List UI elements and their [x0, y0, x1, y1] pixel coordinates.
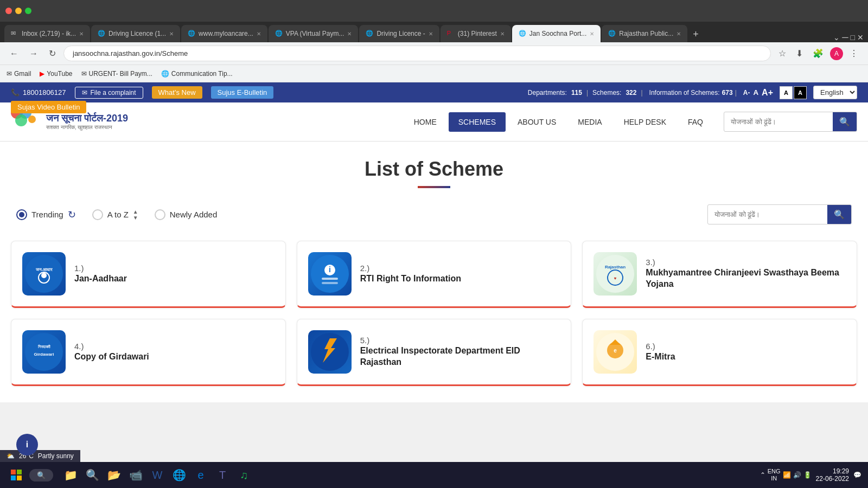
tab-driving1[interactable]: 🌐 Driving Licence (1... ✕ [91, 25, 180, 42]
taskbar-word[interactable]: W [148, 465, 167, 485]
close-button[interactable]: ✕ [857, 33, 864, 42]
taskbar-explorer[interactable]: 📁 [61, 465, 80, 485]
tab-close[interactable]: ✕ [347, 31, 352, 37]
contrast-white-button[interactable]: A [780, 86, 793, 99]
profile-button[interactable]: A [830, 47, 843, 60]
filter-trending[interactable]: Trending ↻ [16, 209, 76, 221]
font-normal-button[interactable]: A [753, 88, 758, 97]
trending-radio[interactable] [16, 209, 27, 220]
phone-button[interactable]: 📞 18001806127 [11, 88, 66, 97]
svg-text:i: i [329, 265, 331, 274]
nav-helpdesk[interactable]: HELP DESK [614, 112, 676, 132]
forward-button[interactable]: → [26, 47, 41, 61]
tab-myloancare[interactable]: 🌐 www.myloancare... ✕ [181, 25, 267, 42]
sujus-bulletin-button[interactable]: Sujus E-Bulletin [211, 86, 274, 99]
minimize-button[interactable]: ─ [842, 33, 848, 42]
tab-close[interactable]: ✕ [429, 31, 433, 37]
language-select[interactable]: English [813, 86, 857, 99]
bookmark-star-button[interactable]: ☆ [775, 46, 789, 61]
divider2: | [641, 89, 642, 97]
scheme-card-chiranjeevi[interactable]: Rajasthan ♥ 3.) Mukhyamantree Chiranjeev… [582, 241, 857, 308]
tab-driving2[interactable]: 🌐 Driving Licence - ✕ [359, 25, 439, 42]
tab-close[interactable]: ✕ [169, 31, 174, 37]
tab-jan-soochna[interactable]: 🌐 Jan Soochna Port... ✕ [512, 25, 601, 42]
bookmark-youtube[interactable]: ▶ YouTube [40, 70, 72, 78]
electrical-svg [311, 333, 349, 371]
bookmark-communication[interactable]: 🌐 Communication Tip... [161, 70, 233, 78]
tab-close[interactable]: ✕ [79, 31, 84, 37]
new-tab-button[interactable]: + [688, 27, 703, 42]
more-button[interactable]: ⋮ [846, 46, 861, 61]
windows-icon [10, 468, 23, 481]
taskbar-files[interactable]: 📂 [104, 465, 124, 485]
az-radio[interactable] [92, 209, 103, 220]
filter-newly-added[interactable]: Newly Added [155, 209, 218, 220]
nav-schemes[interactable]: SCHEMES [449, 112, 506, 132]
address-bar[interactable] [63, 46, 771, 61]
filter-search-input[interactable] [708, 206, 827, 223]
extensions-button[interactable]: 🧩 [809, 46, 827, 61]
scheme-card-emitra[interactable]: e 6.) E-Mitra [582, 319, 857, 386]
filter-search-button[interactable]: 🔍 [827, 205, 851, 224]
tab-rajasthan[interactable]: 🌐 Rajasthan Public... ✕ [602, 25, 687, 42]
scheme-icon-girdawari: गिरदावरी Girdawari [22, 330, 66, 374]
tab-inbox[interactable]: ✉ Inbox (2,719) - ik... ✕ [4, 25, 90, 42]
svg-text:जन-आधार: जन-आधार [35, 267, 53, 272]
filter-search: 🔍 [707, 204, 852, 224]
sujas-video-button[interactable]: Sujas Video Bulletin [11, 101, 86, 113]
reload-button[interactable]: ↻ [46, 46, 59, 61]
email-icon: ✉ [82, 89, 87, 97]
tab-pinterest[interactable]: P (31) Pinterest ✕ [441, 25, 511, 42]
bookmark-bill[interactable]: ✉ URGENT- Bill Paym... [81, 70, 152, 78]
battery-icon[interactable]: 🔋 [803, 471, 812, 479]
tab-close[interactable]: ✕ [257, 31, 261, 37]
taskbar-spotify[interactable]: ♫ [234, 465, 254, 485]
nav-faq[interactable]: FAQ [678, 112, 713, 132]
taskbar-apps: 📁 🔍 📂 📹 W 🌐 e T ♫ [61, 465, 254, 485]
taskbar-chrome[interactable]: 🌐 [169, 465, 189, 485]
download-button[interactable]: ⬇ [793, 46, 806, 61]
taskbar-meet[interactable]: 📹 [126, 465, 145, 485]
info-circle-button[interactable]: i [16, 434, 38, 455]
tab-close[interactable]: ✕ [590, 31, 594, 37]
scheme-icon-emitra: e [593, 330, 637, 374]
wifi-icon[interactable]: 📶 [783, 471, 791, 479]
scheme-card-jan-aadhaar[interactable]: जन-आधार 1.) Jan-Aadhaar [11, 241, 286, 308]
bookmarks-bar: ✉ Gmail ▶ YouTube ✉ URGENT- Bill Paym...… [0, 65, 868, 82]
taskbar-search[interactable]: 🔍 [29, 469, 53, 481]
scheme-info: 2.) RTI Right To Information [360, 264, 461, 285]
nav-search-button[interactable]: 🔍 [833, 112, 857, 131]
scheme-card-electrical[interactable]: 5.) Electrical Inspectorate Department E… [297, 319, 572, 386]
filter-az[interactable]: A to Z ▲ ▼ [92, 209, 138, 221]
scheme-card-girdawari[interactable]: गिरदावरी Girdawari 4.) Copy of Girdawari [11, 319, 286, 386]
maximize-button[interactable]: □ [851, 33, 855, 42]
nav-about[interactable]: ABOUT US [508, 112, 566, 132]
notification-icon[interactable]: 💬 [853, 471, 861, 479]
contrast-black-button[interactable]: A [794, 86, 807, 99]
tab-close[interactable]: ✕ [500, 31, 505, 37]
back-button[interactable]: ← [7, 47, 22, 61]
file-complaint-button[interactable]: ✉ File a complaint [75, 87, 143, 99]
scheme-icon-rti: i [308, 252, 352, 296]
phone-icon: 📞 [11, 88, 20, 97]
tab-list-button[interactable]: ⌄ [833, 33, 840, 42]
expand-icon[interactable]: ⌃ [760, 471, 765, 479]
tab-vpa[interactable]: 🌐 VPA (Virtual Paym... ✕ [269, 25, 359, 42]
scheme-card-rti[interactable]: i 2.) RTI Right To Information [297, 241, 572, 308]
bookmark-gmail[interactable]: ✉ Gmail [7, 70, 31, 78]
info-label: Information of Schemes: [649, 89, 720, 97]
font-increase-button[interactable]: A+ [762, 88, 773, 98]
volume-icon[interactable]: 🔊 [793, 471, 801, 479]
tab-close[interactable]: ✕ [676, 31, 681, 37]
taskbar-edge[interactable]: e [191, 465, 210, 485]
taskbar-search-app[interactable]: 🔍 [82, 465, 102, 485]
whats-new-button[interactable]: What's New [152, 86, 202, 99]
nav-search: 🔍 [724, 112, 857, 132]
nav-search-input[interactable] [724, 113, 833, 130]
start-button[interactable] [7, 465, 26, 485]
font-decrease-button[interactable]: A- [743, 89, 750, 97]
nav-media[interactable]: MEDIA [568, 112, 611, 132]
nav-home[interactable]: HOME [404, 112, 446, 132]
taskbar-teams[interactable]: T [213, 465, 232, 485]
newly-added-radio[interactable] [155, 209, 165, 220]
